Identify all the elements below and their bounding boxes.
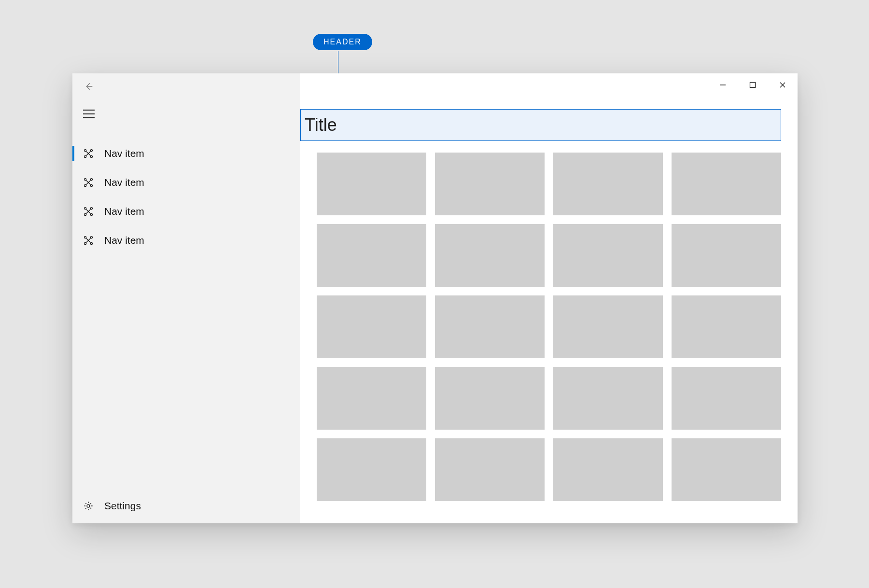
minimize-button[interactable] — [708, 75, 738, 95]
placeholder-nav-icon — [83, 206, 94, 217]
svg-point-1 — [90, 150, 92, 152]
grid-tile[interactable] — [435, 153, 545, 215]
grid-tile[interactable] — [553, 438, 663, 501]
hamburger-line-icon — [83, 113, 95, 114]
nav-item[interactable]: Nav item — [72, 139, 300, 168]
svg-point-14 — [84, 242, 86, 244]
svg-point-3 — [90, 155, 92, 157]
svg-point-0 — [84, 150, 86, 152]
nav-list: Nav item Nav item — [72, 128, 300, 255]
svg-point-10 — [84, 213, 86, 215]
svg-point-12 — [84, 237, 86, 238]
grid-tile[interactable] — [553, 224, 663, 287]
placeholder-nav-icon — [83, 148, 94, 159]
maximize-icon — [749, 82, 756, 88]
settings-label: Settings — [104, 500, 141, 512]
grid-tile[interactable] — [435, 367, 545, 430]
annotation-callout: HEADER — [313, 34, 372, 50]
svg-point-4 — [84, 179, 86, 181]
svg-rect-18 — [750, 83, 756, 88]
grid-tile[interactable] — [317, 438, 426, 501]
maximize-button[interactable] — [738, 75, 768, 95]
grid-tile[interactable] — [672, 224, 781, 287]
svg-point-11 — [90, 213, 92, 215]
grid-tile[interactable] — [553, 295, 663, 358]
nav-item-label: Nav item — [104, 177, 144, 188]
grid-tile[interactable] — [317, 367, 426, 430]
grid-tile[interactable] — [317, 153, 426, 215]
nav-item-label: Nav item — [104, 148, 144, 159]
svg-point-16 — [87, 504, 90, 507]
hamburger-line-icon — [83, 110, 95, 111]
placeholder-nav-icon — [83, 235, 94, 246]
svg-point-13 — [90, 237, 92, 238]
grid-tile[interactable] — [672, 438, 781, 501]
settings-item[interactable]: Settings — [72, 489, 300, 523]
svg-point-2 — [84, 155, 86, 157]
svg-point-9 — [90, 208, 92, 210]
svg-point-7 — [90, 184, 92, 186]
nav-item-label: Nav item — [104, 235, 144, 246]
gear-icon — [83, 501, 94, 511]
hamburger-line-icon — [83, 117, 95, 118]
svg-point-15 — [90, 242, 92, 244]
close-icon — [779, 82, 786, 88]
grid-tile[interactable] — [435, 295, 545, 358]
minimize-icon — [719, 82, 726, 88]
grid-tile[interactable] — [317, 224, 426, 287]
svg-point-8 — [84, 208, 86, 210]
back-arrow-icon — [84, 81, 94, 92]
nav-item[interactable]: Nav item — [72, 226, 300, 255]
grid-tile[interactable] — [435, 438, 545, 501]
grid-tile[interactable] — [317, 295, 426, 358]
window-titlebar — [300, 73, 798, 95]
grid-tile[interactable] — [553, 153, 663, 215]
placeholder-nav-icon — [83, 177, 94, 188]
grid-tile[interactable] — [672, 295, 781, 358]
svg-point-6 — [84, 184, 86, 186]
close-button[interactable] — [768, 75, 798, 95]
grid-tile[interactable] — [553, 367, 663, 430]
page-header: Title — [300, 109, 781, 141]
grid-tile[interactable] — [672, 367, 781, 430]
app-window: Nav item Nav item — [72, 73, 798, 523]
nav-item[interactable]: Nav item — [72, 168, 300, 197]
grid-tile[interactable] — [672, 153, 781, 215]
nav-item[interactable]: Nav item — [72, 197, 300, 226]
content-grid — [317, 153, 781, 501]
sidebar: Nav item Nav item — [72, 73, 300, 523]
page-title: Title — [305, 115, 337, 135]
grid-tile[interactable] — [435, 224, 545, 287]
hamburger-button[interactable] — [83, 110, 95, 118]
back-button[interactable] — [82, 80, 96, 93]
content-pane: Title — [300, 73, 798, 523]
svg-point-5 — [90, 179, 92, 181]
nav-item-label: Nav item — [104, 206, 144, 217]
